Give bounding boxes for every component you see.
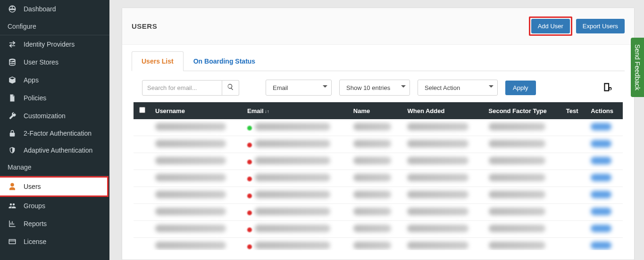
sidebar-item-identity-providers[interactable]: Identity Providers (0, 35, 109, 53)
tab-users-list[interactable]: Users List (132, 51, 184, 71)
sidebar-item-label: License (24, 238, 46, 245)
username-cell (155, 140, 226, 147)
sidebar-item-dashboard[interactable]: Dashboard (0, 0, 109, 18)
tabs: Users List On Boarding Status (132, 51, 625, 71)
card-icon (8, 237, 17, 246)
sidebar-item-groups[interactable]: Groups (0, 197, 109, 215)
tab-onboarding-status[interactable]: On Boarding Status (184, 51, 265, 71)
col-name[interactable]: Name (349, 102, 403, 119)
status-dot-icon (247, 244, 252, 249)
status-dot-icon (247, 177, 252, 181)
table-row (134, 153, 623, 170)
search-icon (227, 83, 234, 92)
status-dot-icon (247, 143, 252, 147)
search-input[interactable] (142, 80, 222, 96)
col-email[interactable]: Email↓↑ (243, 102, 349, 119)
search-button[interactable] (222, 80, 239, 96)
when-added-cell (407, 157, 468, 164)
sort-asc-icon: ↓↑ (265, 109, 269, 114)
username-cell (155, 191, 226, 198)
apply-button[interactable]: Apply (505, 81, 536, 95)
table-row (134, 119, 623, 136)
second-factor-cell (489, 174, 545, 181)
sidebar-item-users[interactable]: Users (0, 176, 109, 197)
chart-icon (8, 219, 17, 228)
col-username[interactable]: Username (151, 102, 243, 119)
page-size-select[interactable]: Show 10 entries (339, 80, 410, 96)
col-actions[interactable]: Actions (586, 102, 623, 119)
second-factor-cell (489, 242, 545, 249)
row-action-link[interactable] (591, 225, 611, 232)
sidebar-item-label: Customization (24, 112, 66, 120)
add-user-button[interactable]: Add User (531, 19, 570, 33)
name-cell (353, 225, 391, 232)
col-when-added[interactable]: When Added (402, 102, 484, 119)
row-action-link[interactable] (591, 123, 611, 130)
send-feedback-button[interactable]: Send Feedback (631, 38, 644, 97)
table-row (134, 170, 623, 187)
table-row (134, 204, 623, 221)
status-dot-icon (247, 228, 252, 232)
sidebar-item-policies[interactable]: Policies (0, 89, 109, 107)
sidebar-item-2fa[interactable]: 2-Factor Authentication (0, 125, 109, 142)
when-added-cell (407, 191, 468, 198)
toolbar: Email Show 10 entries Select Action Appl… (132, 71, 625, 102)
sidebar-item-apps[interactable]: Apps (0, 71, 109, 89)
select-value: Select Action (425, 84, 460, 91)
name-cell (353, 174, 391, 181)
sidebar-item-label: Reports (24, 220, 47, 228)
email-cell (255, 242, 330, 249)
row-action-link[interactable] (591, 140, 611, 147)
select-value: Show 10 entries (346, 84, 390, 91)
user-add-icon[interactable] (602, 81, 614, 95)
email-cell (255, 123, 330, 130)
exchange-icon (8, 40, 17, 49)
second-factor-cell (489, 123, 545, 130)
col-test[interactable]: Test (561, 102, 586, 119)
shield-icon (8, 146, 17, 154)
select-all-checkbox[interactable] (139, 107, 145, 113)
email-cell (255, 140, 330, 147)
sidebar-item-label: Groups (24, 202, 45, 210)
filter-field-select[interactable]: Email (266, 80, 332, 96)
name-cell (353, 123, 391, 130)
status-dot-icon (247, 160, 252, 164)
dashboard-icon (8, 5, 17, 13)
sidebar-item-label: Adaptive Authentication (24, 146, 92, 154)
sidebar-item-reports[interactable]: Reports (0, 215, 109, 233)
when-added-cell (407, 208, 468, 215)
row-action-link[interactable] (591, 208, 611, 215)
row-action-link[interactable] (591, 157, 611, 164)
second-factor-cell (489, 191, 545, 198)
sidebar-item-customization[interactable]: Customization (0, 107, 109, 125)
wrench-icon (8, 112, 17, 120)
row-action-link[interactable] (591, 174, 611, 181)
username-cell (155, 157, 226, 164)
sidebar-item-label: Apps (24, 76, 39, 84)
name-cell (353, 140, 391, 147)
sidebar: Dashboard Configure Identity Providers U… (0, 0, 109, 260)
email-cell (255, 208, 330, 215)
table-row (134, 221, 623, 238)
second-factor-cell (489, 225, 545, 232)
name-cell (353, 208, 391, 215)
table-row (134, 136, 623, 153)
bulk-action-select[interactable]: Select Action (418, 80, 498, 96)
username-cell (155, 208, 226, 215)
email-cell (255, 191, 330, 198)
sidebar-item-label: Policies (24, 94, 46, 102)
sidebar-item-label: Users (24, 183, 41, 190)
sidebar-item-label: 2-Factor Authentication (24, 130, 92, 137)
lock-icon (8, 130, 17, 137)
database-icon (8, 58, 17, 66)
row-action-link[interactable] (591, 191, 611, 198)
sidebar-item-adaptive[interactable]: Adaptive Authentication (0, 142, 109, 159)
status-dot-icon (247, 211, 252, 215)
row-action-link[interactable] (591, 242, 611, 249)
sidebar-item-user-stores[interactable]: User Stores (0, 53, 109, 71)
sidebar-item-label: Identity Providers (24, 41, 75, 48)
sidebar-item-license[interactable]: License (0, 233, 109, 251)
export-users-button[interactable]: Export Users (576, 19, 625, 33)
col-second-factor[interactable]: Second Factor Type (484, 102, 561, 119)
status-dot-icon (247, 194, 252, 198)
